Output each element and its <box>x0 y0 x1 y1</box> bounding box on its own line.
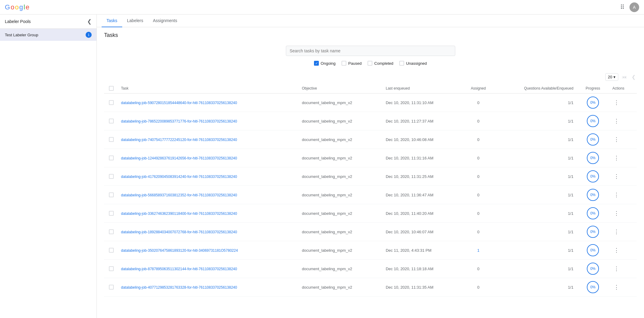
row-task-name[interactable]: datalabeling-job-7407541777722245120-for… <box>117 130 298 149</box>
row-assigned[interactable]: 1 <box>462 241 495 260</box>
row-actions-cell[interactable]: ⋮ <box>609 93 637 112</box>
logo-g: G <box>5 3 10 11</box>
actions-menu-button[interactable]: ⋮ <box>613 209 620 218</box>
row-actions-cell[interactable]: ⋮ <box>609 167 637 186</box>
first-page-button[interactable]: ⏮ <box>621 73 628 81</box>
row-qa: 1/1 <box>495 167 577 186</box>
row-task-name[interactable]: datalabeling-job-1892884034007072768-for… <box>117 223 298 241</box>
row-checkbox[interactable] <box>109 229 114 234</box>
row-qa: 1/1 <box>495 130 577 149</box>
row-task-name[interactable]: datalabeling-job-3362746362390118400-for… <box>117 204 298 223</box>
row-qa: 1/1 <box>495 223 577 241</box>
row-actions-cell[interactable]: ⋮ <box>609 260 637 278</box>
row-actions-cell[interactable]: ⋮ <box>609 204 637 223</box>
logo-o2: o <box>15 3 18 11</box>
row-task-name[interactable]: datalabeling-job-1244928637619142656-for… <box>117 149 298 167</box>
completed-checkbox[interactable] <box>368 61 372 66</box>
actions-menu-button[interactable]: ⋮ <box>613 116 620 126</box>
filter-ongoing[interactable]: Ongoing <box>314 61 335 66</box>
row-actions-cell[interactable]: ⋮ <box>609 278 637 297</box>
logo-o1: o <box>11 3 14 11</box>
search-input[interactable] <box>286 46 455 56</box>
actions-menu-button[interactable]: ⋮ <box>613 172 620 181</box>
filter-unassigned[interactable]: Unassigned <box>399 61 427 66</box>
row-assigned: 0 <box>462 93 495 112</box>
row-actions-cell[interactable]: ⋮ <box>609 112 637 130</box>
sidebar-collapse-icon[interactable]: ❮ <box>87 18 92 25</box>
row-checkbox-cell[interactable] <box>104 186 117 204</box>
row-checkbox[interactable] <box>109 211 114 216</box>
prev-page-button[interactable]: ❮ <box>630 73 637 81</box>
ongoing-label: Ongoing <box>321 61 335 66</box>
page-size-select[interactable]: 20 ▾ <box>605 73 618 81</box>
row-task-name[interactable]: datalabeling-job-7865220089853771776-for… <box>117 112 298 130</box>
actions-menu-button[interactable]: ⋮ <box>613 98 620 107</box>
row-objective: document_labeling_mpm_v2 <box>298 223 382 241</box>
row-checkbox-cell[interactable] <box>104 223 117 241</box>
actions-menu-button[interactable]: ⋮ <box>613 283 620 292</box>
row-checkbox[interactable] <box>109 156 114 160</box>
tab-tasks[interactable]: Tasks <box>102 15 122 27</box>
row-task-name[interactable]: datalabeling-job-4077129853281763328-for… <box>117 278 298 297</box>
row-checkbox-cell[interactable] <box>104 112 117 130</box>
row-checkbox[interactable] <box>109 174 114 179</box>
row-actions-cell[interactable]: ⋮ <box>609 130 637 149</box>
tab-labelers[interactable]: Labelers <box>122 15 148 27</box>
table-header-actions: Actions <box>609 84 637 93</box>
row-task-name[interactable]: datalabeling-job-5907280151854448640-for… <box>117 93 298 112</box>
tab-assignments[interactable]: Assignments <box>148 15 182 27</box>
row-objective: document_labeling_mpm_v2 <box>298 278 382 297</box>
select-all-checkbox[interactable] <box>109 86 114 91</box>
row-task-name[interactable]: datalabeling-job-4176209045083914240-for… <box>117 167 298 186</box>
actions-menu-button[interactable]: ⋮ <box>613 153 620 162</box>
row-objective: document_labeling_mpm_v2 <box>298 130 382 149</box>
row-assigned: 0 <box>462 278 495 297</box>
row-checkbox-cell[interactable] <box>104 204 117 223</box>
filter-completed[interactable]: Completed <box>368 61 393 66</box>
row-actions-cell[interactable]: ⋮ <box>609 241 637 260</box>
row-objective: document_labeling_mpm_v2 <box>298 186 382 204</box>
unassigned-checkbox[interactable] <box>399 61 404 66</box>
actions-menu-button[interactable]: ⋮ <box>613 227 620 236</box>
row-checkbox[interactable] <box>109 137 114 142</box>
row-actions-cell[interactable]: ⋮ <box>609 223 637 241</box>
row-checkbox-cell[interactable] <box>104 130 117 149</box>
row-checkbox-cell[interactable] <box>104 278 117 297</box>
actions-menu-button[interactable]: ⋮ <box>613 246 620 255</box>
sidebar-item-test-labeler-group[interactable]: Test Labeler Group 1 <box>0 29 96 41</box>
row-checkbox[interactable] <box>109 248 114 253</box>
row-checkbox[interactable] <box>109 100 114 105</box>
row-task-name[interactable]: datalabeling-job-8787895063511302144-for… <box>117 260 298 278</box>
row-progress: 0% <box>577 204 609 223</box>
row-task-name[interactable]: datalabeling-job-3502076475861893120-for… <box>117 241 298 260</box>
row-checkbox-cell[interactable] <box>104 260 117 278</box>
avatar[interactable]: A <box>629 2 639 12</box>
row-actions-cell[interactable]: ⋮ <box>609 149 637 167</box>
actions-menu-button[interactable]: ⋮ <box>613 264 620 273</box>
row-checkbox-cell[interactable] <box>104 241 117 260</box>
row-checkbox[interactable] <box>109 285 114 290</box>
filter-row: Ongoing Paused Completed U <box>314 61 427 66</box>
row-progress: 0% <box>577 93 609 112</box>
row-checkbox[interactable] <box>109 192 114 197</box>
row-objective: document_labeling_mpm_v2 <box>298 260 382 278</box>
row-actions-cell[interactable]: ⋮ <box>609 186 637 204</box>
row-task-name[interactable]: datalabeling-job-5668589371603812352-for… <box>117 186 298 204</box>
table-header-select-all[interactable] <box>104 84 117 93</box>
row-checkbox-cell[interactable] <box>104 149 117 167</box>
ongoing-checkbox[interactable] <box>314 61 319 66</box>
apps-icon[interactable]: ⠿ <box>620 4 625 11</box>
row-checkbox-cell[interactable] <box>104 167 117 186</box>
row-checkbox-cell[interactable] <box>104 93 117 112</box>
actions-menu-button[interactable]: ⋮ <box>613 135 620 144</box>
actions-menu-button[interactable]: ⋮ <box>613 190 620 199</box>
row-checkbox[interactable] <box>109 266 114 271</box>
row-objective: document_labeling_mpm_v2 <box>298 112 382 130</box>
row-objective: document_labeling_mpm_v2 <box>298 167 382 186</box>
row-last-enqueued: Dec 10, 2020, 11:27:37 AM <box>382 112 462 130</box>
filter-paused[interactable]: Paused <box>342 61 361 66</box>
paused-checkbox[interactable] <box>342 61 346 66</box>
row-checkbox[interactable] <box>109 119 114 123</box>
page-title: Tasks <box>104 32 637 38</box>
row-qa: 1/1 <box>495 278 577 297</box>
